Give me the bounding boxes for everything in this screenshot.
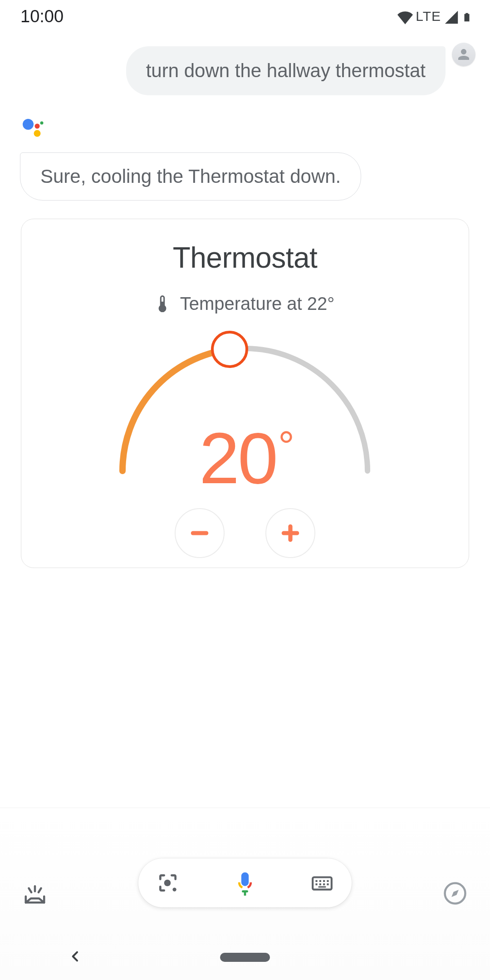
thermometer-icon bbox=[156, 294, 169, 314]
system-nav-bar bbox=[0, 935, 490, 980]
svg-rect-17 bbox=[327, 880, 328, 882]
updates-button[interactable] bbox=[23, 881, 47, 907]
svg-rect-15 bbox=[319, 880, 321, 882]
svg-rect-14 bbox=[315, 880, 317, 882]
svg-line-7 bbox=[29, 888, 32, 892]
assistant-input-pill[interactable] bbox=[138, 858, 352, 907]
plus-icon bbox=[280, 523, 300, 543]
status-bar: 10:00 LTE bbox=[0, 0, 490, 33]
status-time: 10:00 bbox=[20, 7, 64, 26]
thermostat-card: Thermostat Temperature at 22° 20° bbox=[21, 219, 469, 568]
svg-point-0 bbox=[23, 119, 34, 130]
microphone-button[interactable] bbox=[232, 870, 258, 896]
setpoint-value: 20 bbox=[199, 417, 276, 499]
svg-rect-12 bbox=[242, 890, 248, 892]
current-temperature-label: Temperature at 22° bbox=[180, 294, 335, 314]
increase-button[interactable] bbox=[265, 508, 315, 558]
cell-signal-icon bbox=[444, 7, 459, 26]
svg-point-11 bbox=[172, 887, 176, 891]
user-message-row: turn down the hallway thermostat bbox=[15, 46, 475, 95]
keyboard-icon bbox=[311, 872, 333, 894]
google-assistant-icon bbox=[22, 118, 44, 140]
setpoint-display: 20° bbox=[104, 416, 386, 500]
minus-icon bbox=[190, 523, 210, 543]
svg-point-2 bbox=[40, 122, 44, 125]
adjust-buttons-row bbox=[175, 508, 315, 558]
svg-rect-19 bbox=[319, 883, 321, 885]
decrease-button[interactable] bbox=[175, 508, 225, 558]
microphone-icon bbox=[232, 870, 258, 896]
google-lens-button[interactable] bbox=[157, 872, 179, 894]
svg-rect-16 bbox=[323, 880, 325, 882]
dial-handle[interactable] bbox=[212, 332, 247, 367]
back-button[interactable] bbox=[68, 949, 83, 965]
google-lens-icon bbox=[157, 872, 179, 894]
status-right: LTE bbox=[397, 7, 472, 26]
svg-point-3 bbox=[34, 130, 41, 137]
updates-icon bbox=[23, 881, 47, 906]
battery-icon bbox=[462, 7, 472, 26]
wifi-icon bbox=[397, 7, 413, 26]
keyboard-button[interactable] bbox=[311, 872, 333, 894]
home-gesture-pill[interactable] bbox=[220, 953, 270, 962]
thermostat-title: Thermostat bbox=[173, 241, 318, 274]
user-message-bubble: turn down the hallway thermostat bbox=[126, 46, 446, 95]
svg-point-10 bbox=[164, 880, 171, 887]
svg-rect-21 bbox=[327, 883, 328, 885]
conversation-area: turn down the hallway thermostat Sure, c… bbox=[0, 33, 490, 568]
setpoint-degree: ° bbox=[278, 423, 293, 469]
svg-rect-20 bbox=[323, 883, 325, 885]
svg-rect-22 bbox=[318, 886, 326, 887]
person-icon bbox=[456, 46, 472, 63]
svg-line-9 bbox=[39, 888, 41, 892]
assistant-message-bubble: Sure, cooling the Thermostat down. bbox=[20, 152, 361, 201]
explore-button[interactable] bbox=[443, 881, 467, 907]
svg-rect-18 bbox=[315, 883, 317, 885]
network-label: LTE bbox=[416, 9, 441, 24]
compass-icon bbox=[443, 881, 467, 906]
assistant-message-row: Sure, cooling the Thermostat down. bbox=[20, 118, 475, 201]
back-icon bbox=[68, 949, 83, 964]
current-temperature-row: Temperature at 22° bbox=[156, 294, 335, 314]
temperature-dial[interactable]: 20° bbox=[104, 321, 386, 485]
avatar[interactable] bbox=[452, 43, 475, 66]
svg-point-1 bbox=[35, 124, 40, 129]
